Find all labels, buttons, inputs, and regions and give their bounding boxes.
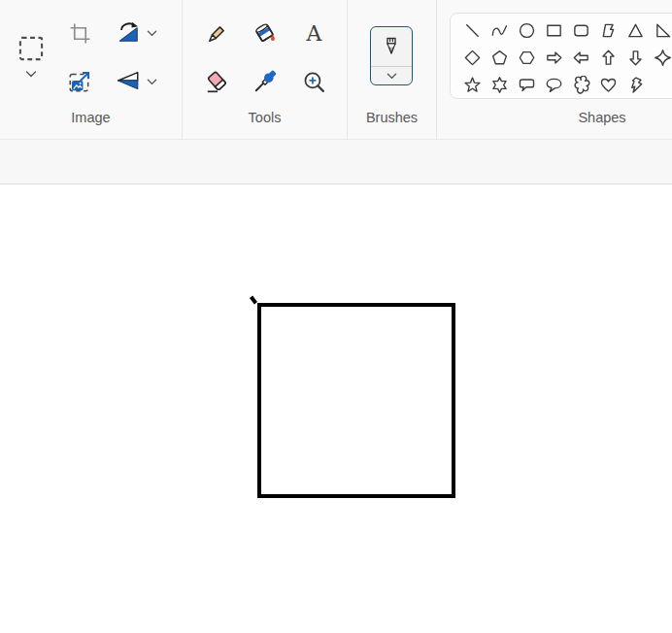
shape-arrow-down-button[interactable] bbox=[622, 44, 649, 71]
star-five-points-icon bbox=[463, 76, 482, 94]
eraser-icon bbox=[204, 69, 229, 94]
diamond-icon bbox=[463, 49, 482, 67]
shape-callout-rounded-rectangle-button[interactable] bbox=[513, 71, 540, 98]
resize-button[interactable] bbox=[62, 64, 97, 99]
fill-bucket-icon bbox=[252, 20, 278, 46]
flip-button[interactable] bbox=[111, 63, 146, 98]
drawing-canvas[interactable] bbox=[0, 184, 672, 633]
crop-button[interactable] bbox=[62, 16, 97, 50]
ribbon: Image bbox=[0, 0, 672, 140]
rectangle-icon bbox=[545, 21, 563, 40]
brush-icon bbox=[380, 35, 403, 58]
secondary-toolbar bbox=[0, 140, 672, 184]
callout-rounded-rectangle-icon bbox=[518, 76, 536, 94]
select-icon bbox=[17, 35, 45, 62]
arrow-left-icon bbox=[572, 49, 590, 67]
text-tool-glyph: A bbox=[305, 21, 321, 46]
magnifier-button[interactable] bbox=[296, 64, 331, 99]
brushes-button[interactable] bbox=[371, 27, 412, 66]
ribbon-group-tools: A bbox=[183, 0, 348, 139]
chevron-down-icon bbox=[386, 73, 397, 80]
rotate-button[interactable] bbox=[111, 15, 146, 50]
chevron-down-icon[interactable] bbox=[25, 71, 37, 78]
ribbon-group-image: Image bbox=[0, 0, 183, 139]
shape-arrow-right-button[interactable] bbox=[540, 44, 567, 71]
chevron-down-icon bbox=[147, 79, 157, 85]
shape-lightning-button[interactable] bbox=[622, 71, 649, 98]
fill-with-color-button[interactable] bbox=[248, 16, 283, 50]
shape-right-triangle-button[interactable] bbox=[649, 17, 672, 44]
rounded-rectangle-icon bbox=[572, 21, 590, 40]
ribbon-group-shapes: Shapes bbox=[437, 0, 672, 139]
brushes-dropdown-button[interactable] bbox=[371, 66, 412, 84]
arrow-up-icon bbox=[599, 49, 618, 67]
eyedropper-icon bbox=[252, 69, 278, 94]
flip-dropdown-button[interactable] bbox=[144, 74, 159, 89]
chevron-down-icon bbox=[147, 30, 157, 37]
arrow-down-icon bbox=[626, 49, 645, 67]
rotate-icon bbox=[116, 19, 141, 45]
paint-app: Image bbox=[0, 0, 672, 633]
callout-cloud-icon bbox=[572, 76, 590, 94]
shape-callout-oval-button[interactable] bbox=[540, 71, 567, 98]
text-tool-icon: A bbox=[302, 21, 326, 46]
resize-icon bbox=[67, 69, 92, 94]
color-picker-button[interactable] bbox=[248, 64, 283, 99]
rotate-dropdown-button[interactable] bbox=[144, 25, 159, 41]
oval-icon bbox=[518, 21, 536, 40]
pencil-icon bbox=[205, 21, 229, 46]
ribbon-group-brushes: Brushes bbox=[348, 0, 437, 139]
magnifier-icon bbox=[302, 70, 326, 94]
pentagon-icon bbox=[490, 49, 509, 67]
polygon-icon bbox=[599, 21, 618, 40]
heart-icon bbox=[599, 76, 618, 94]
shape-line-button[interactable] bbox=[458, 17, 486, 44]
text-tool-button[interactable]: A bbox=[296, 16, 331, 50]
group-label-brushes: Brushes bbox=[348, 110, 436, 125]
flip-icon bbox=[116, 68, 141, 93]
shape-oval-button[interactable] bbox=[513, 17, 540, 44]
star-six-points-icon bbox=[490, 76, 509, 94]
pencil-button[interactable] bbox=[199, 16, 234, 50]
eraser-button[interactable] bbox=[199, 64, 234, 99]
shape-rectangle-button[interactable] bbox=[540, 17, 567, 44]
group-label-tools: Tools bbox=[183, 110, 347, 125]
hexagon-icon bbox=[518, 49, 536, 67]
shape-diamond-button[interactable] bbox=[458, 44, 486, 71]
shape-rounded-rectangle-button[interactable] bbox=[567, 17, 594, 44]
shape-star-six-points-button[interactable] bbox=[486, 71, 513, 98]
stroke-artifact bbox=[250, 296, 257, 305]
shape-curve-button[interactable] bbox=[486, 17, 513, 44]
callout-oval-icon bbox=[545, 76, 563, 94]
shape-polygon-button[interactable] bbox=[594, 17, 622, 44]
shape-star-four-points-button[interactable] bbox=[649, 44, 672, 71]
shapes-gallery bbox=[450, 13, 672, 99]
shape-triangle-button[interactable] bbox=[622, 17, 649, 44]
shape-hexagon-button[interactable] bbox=[513, 44, 540, 71]
brushes-split-button bbox=[370, 26, 413, 85]
shape-pentagon-button[interactable] bbox=[486, 44, 513, 71]
lightning-icon bbox=[626, 76, 645, 94]
star-four-points-icon bbox=[654, 49, 672, 67]
curve-icon bbox=[490, 21, 509, 40]
group-label-image: Image bbox=[0, 110, 182, 125]
shape-arrow-left-button[interactable] bbox=[567, 44, 594, 71]
line-icon bbox=[463, 21, 482, 40]
shape-star-five-points-button[interactable] bbox=[458, 71, 486, 98]
shape-arrow-up-button[interactable] bbox=[594, 44, 622, 71]
shape-heart-button[interactable] bbox=[594, 71, 622, 98]
select-tool-button[interactable] bbox=[13, 28, 50, 84]
triangle-icon bbox=[626, 21, 645, 40]
shape-callout-cloud-button[interactable] bbox=[567, 71, 594, 98]
arrow-right-icon bbox=[545, 49, 563, 67]
crop-icon bbox=[68, 21, 92, 46]
right-triangle-icon bbox=[654, 21, 672, 40]
shapes-grid bbox=[458, 17, 672, 98]
group-label-shapes: Shapes bbox=[437, 110, 672, 125]
drawn-rectangle bbox=[257, 303, 455, 498]
